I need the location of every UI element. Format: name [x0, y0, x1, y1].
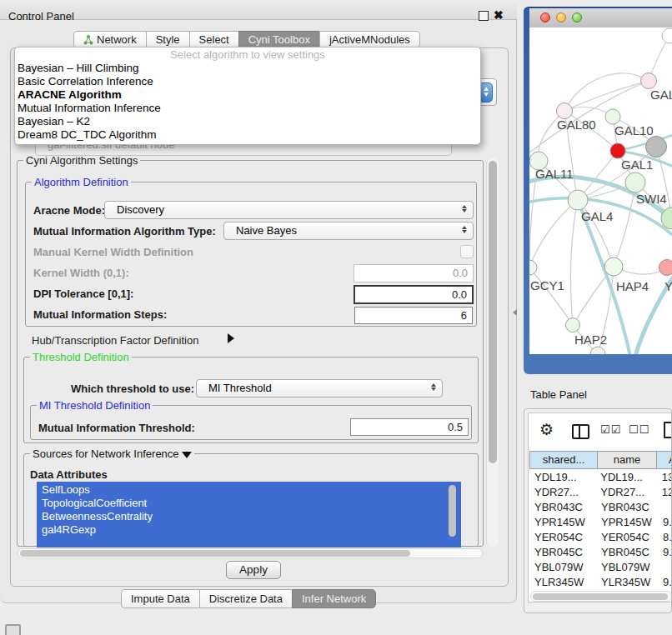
table-row[interactable]: YER054CYER054C8. [529, 530, 672, 545]
panel-resize-handle[interactable] [513, 309, 517, 316]
data-attribute-item[interactable]: TopologicalCoefficient [37, 497, 461, 510]
network-node[interactable] [646, 137, 667, 158]
network-node[interactable] [568, 190, 588, 210]
mi-type-select[interactable]: Naive Bayes [223, 222, 474, 240]
attributes-scrollbar-thumb[interactable] [449, 485, 456, 537]
network-node[interactable] [641, 73, 657, 89]
network-node[interactable] [566, 318, 580, 332]
tab-network[interactable]: Network [73, 31, 146, 48]
group-title: Threshold Definition [30, 351, 132, 363]
tab-cyni-toolbox[interactable]: Cyni Toolbox [238, 31, 319, 48]
table-hscrollbar[interactable] [530, 591, 672, 602]
algorithm-option[interactable]: Mutual Information Inference [15, 102, 480, 115]
mi-steps-field[interactable]: 6 [354, 307, 473, 324]
new-table-icon[interactable] [664, 422, 672, 438]
table-row[interactable]: YDR27...YDR27...12 [529, 485, 672, 500]
aracne-mode-select[interactable]: Discovery [104, 201, 474, 219]
manual-kernel-checkbox[interactable] [460, 245, 474, 258]
column-header-partial[interactable]: A [656, 451, 672, 469]
window-zoom-icon[interactable] [572, 12, 582, 22]
select-all-checkboxes-icon[interactable]: ☑☑ [600, 423, 621, 436]
window-close-icon[interactable] [540, 12, 550, 22]
column-header-shared-name[interactable]: shared... [529, 451, 598, 469]
mi-type-label: Mutual Information Algorithm Type: [33, 225, 216, 238]
kernel-width-field[interactable]: 0.0 [354, 264, 474, 282]
settings-scrollbar-thumb[interactable] [489, 161, 497, 463]
bottom-tabbar: Impute Data Discretize Data Infer Networ… [121, 589, 376, 608]
gear-icon[interactable]: ⚙ [539, 422, 554, 438]
table-row[interactable]: YDL19...YDL19...13 [529, 470, 672, 485]
spinner-arrows-icon [459, 224, 469, 235]
network-edge [529, 200, 578, 268]
table-hscrollbar-thumb[interactable] [533, 593, 668, 600]
group-title: MI Threshold Definition [37, 399, 153, 412]
table-cell: 13 [659, 470, 672, 485]
network-node[interactable] [557, 103, 573, 119]
tab-style[interactable]: Style [146, 31, 189, 48]
data-attribute-item[interactable]: BetweennessCentrality [37, 510, 461, 523]
algorithm-option[interactable]: Bayesian – Hill Climbing [15, 62, 480, 75]
tab-impute-data[interactable]: Impute Data [121, 589, 199, 608]
data-attribute-item[interactable]: SelfLoops [37, 483, 461, 497]
collapse-arrow-icon[interactable] [228, 333, 234, 343]
tab-label: Select [199, 31, 229, 48]
network-node[interactable] [529, 260, 537, 275]
expand-arrow-icon[interactable] [182, 452, 192, 458]
apply-button[interactable]: Apply [226, 561, 281, 579]
algorithm-option[interactable]: Bayesian – K2 [15, 115, 480, 128]
data-attribute-item[interactable]: gal4RGexp [37, 523, 461, 537]
control-panel-titlebar[interactable] [0, 0, 517, 20]
spinner-arrows-icon [429, 382, 439, 392]
table-row[interactable]: YBR043CYBR043C [529, 500, 672, 515]
algorithm-option[interactable]: ARACNE Algorithm [15, 88, 480, 102]
split-columns-icon[interactable] [572, 424, 589, 439]
network-node[interactable] [604, 258, 623, 276]
table-cell: 8. [659, 530, 672, 545]
settings-scrollbar[interactable] [486, 158, 499, 547]
data-attributes-list[interactable]: SelfLoopsTopologicalCoefficientBetweenne… [37, 482, 461, 548]
table-cell: YBR043C [529, 500, 596, 515]
network-node[interactable] [610, 143, 625, 158]
table-cell: YPR145W [529, 515, 596, 530]
network-icon [83, 35, 93, 45]
window-minimize-icon[interactable] [556, 12, 566, 22]
minimized-panel-icon[interactable] [5, 624, 21, 635]
settings-hscrollbar-thumb[interactable] [20, 550, 410, 557]
table-row[interactable]: YPR145WYPR145W9. [529, 515, 672, 530]
tab-discretize-data[interactable]: Discretize Data [199, 589, 292, 608]
mi-threshold-field[interactable]: 0.5 [350, 418, 469, 436]
table-row[interactable]: YBL079WYBL079W [529, 560, 672, 575]
algorithm-option[interactable]: Dream8 DC_TDC Algorithm [15, 128, 480, 142]
network-node[interactable] [625, 172, 645, 192]
table-cell: YLR345W [596, 575, 659, 590]
dpi-tolerance-field[interactable]: 0.0 [354, 285, 474, 304]
algorithm-option[interactable]: Basic Correlation Inference [15, 75, 480, 88]
close-icon[interactable]: ✖ [494, 8, 504, 22]
network-node[interactable] [590, 347, 605, 354]
network-window-titlebar[interactable] [529, 8, 672, 28]
network-node[interactable] [659, 260, 672, 276]
network-node[interactable] [605, 109, 620, 124]
mi-steps-value: 6 [461, 309, 467, 322]
hub-definition-label[interactable]: Hub/Transcription Factor Definition [32, 334, 198, 348]
algorithm-dropdown-placeholder: Select algorithm to view settings [15, 48, 480, 62]
aracne-mode-value: Discovery [117, 202, 164, 218]
algorithm-dropdown-popup: Select algorithm to view settings Bayesi… [14, 47, 481, 145]
table-row[interactable]: YBR045CYBR045C9. [529, 545, 672, 560]
network-node[interactable] [662, 28, 672, 43]
table-row[interactable]: YLR345WYLR345W9. [529, 575, 672, 590]
settings-hscrollbar[interactable] [18, 548, 483, 558]
tab-label: jActiveMNodules [329, 31, 410, 48]
deselect-all-checkboxes-icon[interactable]: ☐☐ [629, 423, 649, 436]
tab-infer-network[interactable]: Infer Network [292, 589, 376, 608]
table-cell: YBL079W [596, 560, 659, 575]
tab-jactivemnodules[interactable]: jActiveMNodules [319, 31, 420, 48]
network-node-label: GAL11 [535, 167, 574, 181]
tab-select[interactable]: Select [189, 31, 238, 48]
float-window-icon[interactable] [479, 11, 489, 21]
network-canvas[interactable]: GALGAL80GAL10GAL1GAL11SWI4GAL4GCY1HAP4YH… [529, 28, 672, 354]
which-threshold-select[interactable]: MI Threshold [196, 379, 443, 398]
tab-label: Infer Network [302, 589, 366, 608]
column-header-name[interactable]: name [597, 451, 657, 469]
network-svg: GALGAL80GAL10GAL1GAL11SWI4GAL4GCY1HAP4YH… [529, 28, 672, 354]
